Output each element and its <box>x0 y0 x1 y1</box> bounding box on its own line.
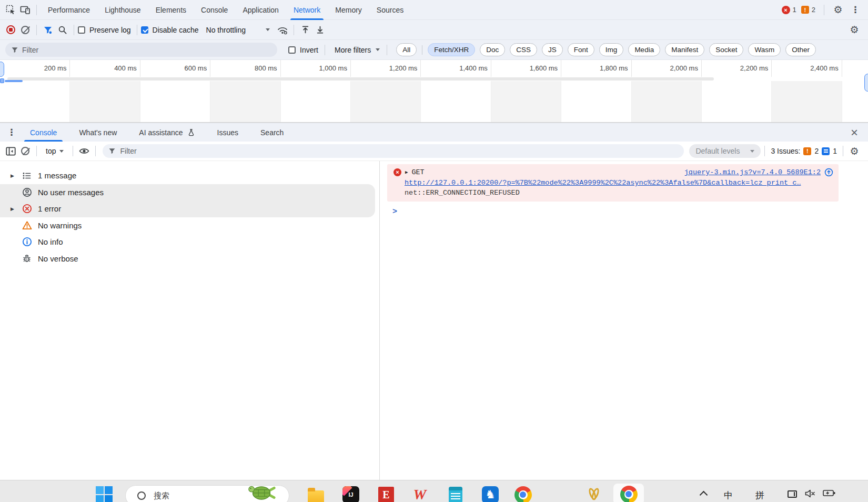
tray-volume-muted-icon[interactable] <box>805 489 815 499</box>
export-har-button[interactable] <box>312 23 327 37</box>
chip-css[interactable]: CSS <box>510 43 537 56</box>
tray-display-icon[interactable] <box>788 490 797 498</box>
horse-app-icon[interactable]: ♞ <box>481 486 499 502</box>
divider <box>294 25 294 35</box>
console-prompt-chevron[interactable]: > <box>392 207 861 216</box>
waterfall-column <box>281 81 351 122</box>
chip-all[interactable]: All <box>396 43 417 56</box>
clipped-request-pill-right[interactable] <box>864 74 868 92</box>
wps-office-icon[interactable]: W <box>411 486 429 502</box>
tab-application[interactable]: Application <box>235 0 286 19</box>
ruler-tick: 1,200 ms <box>351 60 421 77</box>
drawer-tab-label: Search <box>260 128 284 137</box>
tab-sources[interactable]: Sources <box>369 0 411 19</box>
filter-toggle-button[interactable] <box>41 23 55 37</box>
chip-js[interactable]: JS <box>542 43 563 56</box>
ime-mode-indicator[interactable]: 拼 <box>755 489 764 501</box>
devtools-menu-button[interactable]: ⋮ <box>848 3 863 17</box>
sidebar-item-no-info[interactable]: No info <box>0 234 379 250</box>
sidebar-item-1-message[interactable]: ▶1 message <box>0 167 379 184</box>
execution-context-select[interactable]: top <box>46 147 64 155</box>
network-conditions-button[interactable] <box>275 23 290 37</box>
network-settings-button[interactable]: ⚙ <box>847 23 862 37</box>
sidebar-item-no-user-messages[interactable]: No user messages <box>0 184 375 201</box>
drawer-tab-what-s-new[interactable]: What's new <box>68 123 128 142</box>
notepad-icon[interactable] <box>447 486 465 502</box>
chip-manifest[interactable]: Manifest <box>665 43 704 56</box>
chip-img[interactable]: Img <box>599 43 624 56</box>
console-sidebar-toggle-button[interactable] <box>3 144 18 158</box>
disable-cache-checkbox[interactable] <box>141 26 148 34</box>
drawer-tab-ai-assistance[interactable]: AI assistance <box>128 123 206 142</box>
editplus-icon[interactable]: E <box>377 486 395 502</box>
drawer-tab-search[interactable]: Search <box>249 123 295 142</box>
file-explorer-icon[interactable] <box>307 486 325 502</box>
error-badge-icon[interactable]: × <box>782 6 790 14</box>
intellij-idea-icon[interactable]: IJ <box>342 486 360 502</box>
chevron-down-icon <box>59 150 64 153</box>
tab-network[interactable]: Network <box>286 0 328 19</box>
record-network-log-button[interactable] <box>3 23 18 37</box>
chip-wasm[interactable]: Wasm <box>748 43 781 56</box>
settings-button[interactable]: ⚙ <box>831 3 845 17</box>
sidebar-item-no-verbose[interactable]: No verbose <box>0 250 379 267</box>
chip-font[interactable]: Font <box>568 43 594 56</box>
rabbit-app-icon[interactable] <box>585 486 603 502</box>
active-chrome-icon[interactable] <box>613 484 644 502</box>
chip-fetch-xhr[interactable]: Fetch/XHR <box>428 43 475 56</box>
scrollbar-thumb[interactable] <box>7 77 714 81</box>
close-drawer-button[interactable]: × <box>847 126 862 139</box>
log-levels-select[interactable]: Default levels <box>689 144 761 158</box>
inspect-element-button[interactable] <box>3 3 18 17</box>
tray-battery-icon[interactable] <box>823 489 835 498</box>
network-filter-input[interactable]: Filter <box>5 43 277 57</box>
tab-memory[interactable]: Memory <box>328 0 369 19</box>
console-settings-button[interactable]: ⚙ <box>847 144 862 158</box>
waterfall-column <box>772 81 842 122</box>
tab-lighthouse[interactable]: Lighthouse <box>97 0 148 19</box>
request-url-link[interactable]: http://127.0.0.1:20200/?p=%7B%22mode%22%… <box>405 179 801 187</box>
device-toolbar-button[interactable] <box>18 3 33 17</box>
console-filter-input[interactable]: Filter <box>103 144 684 158</box>
expand-triangle-icon[interactable]: ▶ <box>11 173 17 178</box>
issues-counter[interactable]: 3 Issues: ! 2 1 <box>771 147 837 155</box>
more-filters-dropdown[interactable]: More filters <box>335 46 380 54</box>
sidebar-item-no-warnings[interactable]: No warnings <box>0 217 379 234</box>
ime-language-indicator[interactable]: 中 <box>724 489 733 501</box>
start-button[interactable] <box>96 486 113 502</box>
expand-triangle-icon[interactable]: ▶ <box>11 206 17 212</box>
chrome-icon[interactable] <box>514 486 532 502</box>
chip-doc[interactable]: Doc <box>480 43 505 56</box>
invert-checkbox[interactable] <box>288 46 296 54</box>
clear-console-button[interactable] <box>18 144 33 158</box>
context-value: top <box>46 147 56 155</box>
import-har-button[interactable] <box>298 23 312 37</box>
tab-console[interactable]: Console <box>194 0 235 19</box>
clear-network-log-button[interactable] <box>18 23 33 37</box>
tray-expand-chevron-icon[interactable] <box>700 491 708 499</box>
source-link[interactable]: jquery-3.min.js?v=7.4.0 5689E1:2 <box>684 168 821 176</box>
throttling-select[interactable]: No throttling <box>206 26 270 34</box>
chip-media[interactable]: Media <box>628 43 660 56</box>
warning-badge-icon[interactable]: ! <box>801 6 809 14</box>
chip-other[interactable]: Other <box>785 43 816 56</box>
waterfall-column <box>702 81 772 122</box>
tab-performance[interactable]: Performance <box>41 0 97 19</box>
drawer-menu-button[interactable]: ⋮ <box>4 125 19 140</box>
expand-triangle-icon[interactable]: ▶ <box>405 169 408 175</box>
clipped-request-pill-left[interactable] <box>0 62 4 77</box>
request-marker[interactable] <box>0 78 4 83</box>
tab-elements[interactable]: Elements <box>148 0 194 19</box>
turtle-pet-overlay[interactable] <box>246 483 277 502</box>
drawer-tab-issues[interactable]: Issues <box>206 123 249 142</box>
chip-socket[interactable]: Socket <box>709 43 743 56</box>
console-toolbar: top Filter Default levels 3 Issues: ! 2 … <box>0 142 868 161</box>
network-toolbar: Preserve log Disable cache No throttling… <box>0 20 868 40</box>
sidebar-item-1-error[interactable]: ▶1 error <box>0 200 375 217</box>
preserve-log-checkbox[interactable] <box>78 26 85 34</box>
request-link-icon[interactable] <box>824 168 833 177</box>
live-expression-button[interactable] <box>77 144 92 158</box>
drawer-tab-console[interactable]: Console <box>19 123 68 142</box>
record-icon <box>6 25 15 34</box>
network-search-button[interactable] <box>55 23 70 37</box>
